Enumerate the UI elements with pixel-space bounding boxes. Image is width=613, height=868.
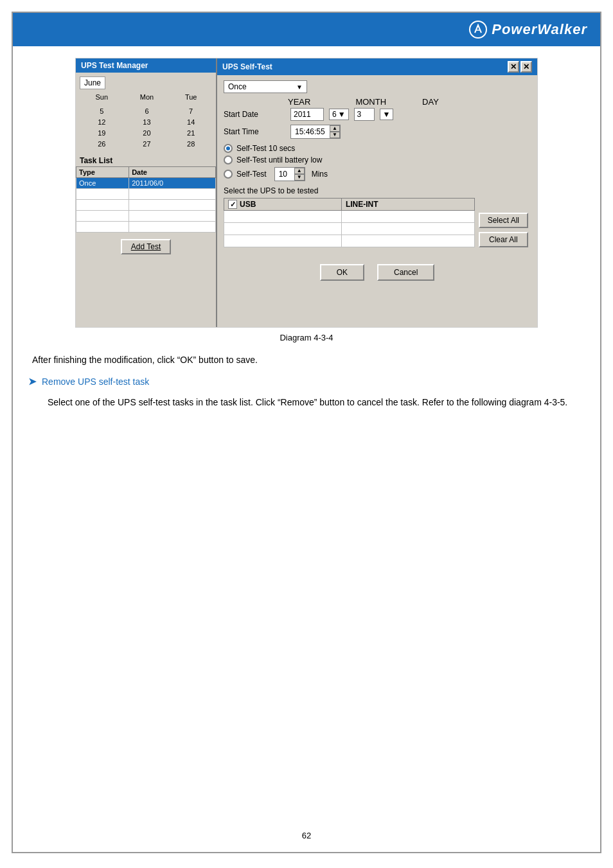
ups-row: [224, 235, 475, 247]
minimize-button[interactable]: ✕: [508, 61, 519, 73]
cal-row-3: 19 20 21: [80, 128, 212, 139]
cal-cell: 7: [170, 106, 212, 117]
task-date-cell: [129, 211, 216, 222]
task-row: [76, 211, 216, 222]
radio-row-0[interactable]: Self-Test 10 secs: [224, 144, 531, 153]
time-spinner-buttons: ▲ ▼: [330, 125, 340, 138]
ups-col-usb: ✓ USB: [224, 199, 342, 211]
radio-label-2: Self-Test: [236, 170, 267, 179]
start-time-row: Start Time 15:46:55 ▲ ▼: [224, 125, 531, 139]
start-date-row: Start Date 2011 6 ▼ 3 ▼: [224, 108, 531, 121]
self-test-body: Once ▼ YEAR MONTH DAY Start Date 2011: [217, 75, 537, 255]
task-date-cell: [129, 222, 216, 233]
ups-row: [224, 223, 475, 235]
year-header: YEAR: [288, 97, 310, 107]
bottom-buttons: OK Cancel: [217, 259, 537, 286]
self-test-titlebar: UPS Self-Test ✕ ✕: [217, 58, 537, 75]
cal-cell: 27: [123, 139, 170, 150]
page-header: PowerWalker: [13, 13, 600, 46]
add-test-button[interactable]: Add Test: [121, 239, 171, 254]
calendar-table: Sun Mon Tue 5: [80, 92, 212, 150]
ups-type-cell: [341, 223, 474, 235]
titlebar-buttons: ✕ ✕: [508, 61, 532, 73]
select-all-button[interactable]: Select All: [479, 213, 528, 228]
time-decrement-button[interactable]: ▼: [330, 132, 340, 138]
radio-self-test-10secs[interactable]: [224, 144, 233, 153]
arrow-bullet-icon: ➤: [28, 376, 37, 387]
ups-list-area: ✓ USB LINE-INT: [224, 198, 531, 247]
logo-label: PowerWalker: [492, 21, 587, 38]
task-date-cell: [129, 189, 216, 200]
ups-col-lineint: LINE-INT: [341, 199, 474, 211]
month-dropdown-arrow-icon: ▼: [338, 110, 346, 119]
task-date-cell: 2011/06/0: [129, 178, 216, 189]
task-row: [76, 189, 216, 200]
radio-self-test-custom[interactable]: [224, 170, 233, 179]
cal-cell: 6: [123, 106, 170, 117]
task-date-cell: [129, 200, 216, 211]
cal-cell: 14: [170, 117, 212, 128]
left-panel: UPS Test Manager June Sun Mon Tue: [76, 58, 217, 327]
day-dropdown-arrow-icon: ▼: [383, 110, 391, 119]
calendar-section: June Sun Mon Tue: [76, 73, 216, 154]
radio-row-1[interactable]: Self-Test until battery low: [224, 155, 531, 164]
self-test-title: UPS Self-Test: [222, 62, 272, 71]
cal-cell: 20: [123, 128, 170, 139]
powerwalker-logo: PowerWalker: [468, 20, 587, 39]
month-header: MONTH: [355, 97, 386, 107]
task-row[interactable]: Once 2011/06/0: [76, 178, 216, 189]
radio-row-2[interactable]: Self-Test 10 ▲ ▼ Mins: [224, 167, 531, 181]
cancel-button[interactable]: Cancel: [377, 264, 434, 281]
cal-header-mon: Mon: [123, 92, 170, 103]
body-text-2: Select one of the UPS self-test tasks in…: [28, 395, 585, 409]
task-list-label: Task List: [76, 154, 216, 166]
task-type-cell: [76, 189, 129, 200]
time-spinner[interactable]: 15:46:55 ▲ ▼: [290, 125, 341, 139]
day-header: DAY: [422, 97, 439, 107]
month-dropdown[interactable]: 6 ▼: [329, 109, 349, 120]
day-dropdown[interactable]: ▼: [380, 109, 394, 120]
page-content: UPS Test Manager June Sun Mon Tue: [13, 46, 600, 430]
usb-checkbox-icon[interactable]: ✓: [228, 200, 237, 209]
left-panel-bottom: Add Test: [76, 233, 216, 261]
diagram-caption: Diagram 4-3-4: [28, 333, 585, 342]
start-date-label: Start Date: [224, 110, 285, 119]
task-row: [76, 222, 216, 233]
close-button[interactable]: ✕: [520, 61, 532, 73]
task-table: Type Date Once 2011/06/0: [76, 166, 216, 233]
day-input[interactable]: 3: [354, 108, 375, 121]
task-type-cell: [76, 222, 129, 233]
start-time-label: Start Time: [224, 127, 285, 136]
task-type-cell: [76, 211, 129, 222]
usb-checkbox-header[interactable]: ✓ USB: [228, 200, 337, 209]
minutes-increment-button[interactable]: ▲: [294, 168, 305, 174]
radio-label-1: Self-Test until battery low: [236, 155, 322, 164]
cal-cell: 28: [170, 139, 212, 150]
page-number: 62: [302, 831, 311, 840]
task-type-cell: [76, 200, 129, 211]
date-header-labels: YEAR MONTH DAY: [288, 97, 531, 107]
time-increment-button[interactable]: ▲: [330, 125, 340, 132]
ups-type-cell: [341, 235, 474, 247]
cal-cell: 21: [170, 128, 212, 139]
calendar-month: June: [80, 76, 105, 89]
month-value: 6: [332, 110, 337, 119]
task-row: [76, 200, 216, 211]
ups-row[interactable]: [224, 211, 475, 223]
frequency-select[interactable]: Once ▼: [224, 80, 307, 93]
year-input[interactable]: 2011: [290, 108, 324, 121]
ok-button[interactable]: OK: [320, 264, 364, 281]
minutes-decrement-button[interactable]: ▼: [294, 174, 305, 181]
ups-checkbox-cell: [224, 223, 342, 235]
task-col-date: Date: [129, 167, 216, 178]
mins-label: Mins: [312, 170, 328, 179]
radio-self-test-battery[interactable]: [224, 155, 233, 164]
clear-all-button[interactable]: Clear All: [479, 232, 528, 247]
section-heading: ➤ Remove UPS self-test task: [28, 376, 585, 387]
cal-row-1: 5 6 7: [80, 106, 212, 117]
ups-checkbox-cell[interactable]: [224, 211, 342, 223]
frequency-row: Once ▼: [224, 80, 531, 93]
self-test-minutes-spinner[interactable]: 10 ▲ ▼: [274, 167, 305, 181]
usb-col-label: USB: [240, 200, 256, 209]
ups-list-table: ✓ USB LINE-INT: [224, 198, 475, 247]
